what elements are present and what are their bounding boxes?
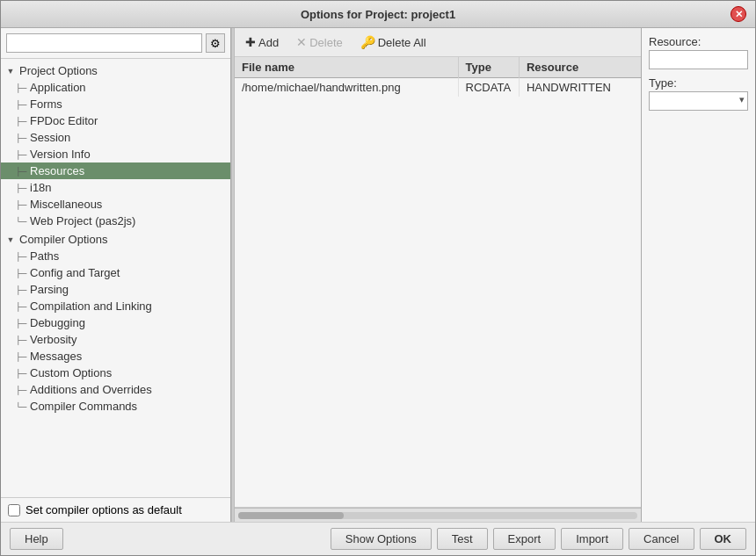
title-bar: Options for Project: project1 ✕ [1, 1, 755, 28]
search-row: ⚙ [1, 28, 230, 59]
sidebar-item-paths[interactable]: ├─ Paths [1, 248, 230, 264]
scrollbar-thumb[interactable] [238, 512, 344, 519]
resource-label: Resource: [649, 35, 748, 48]
cell-resource: HANDWRITTEN [519, 78, 641, 97]
col-resource[interactable]: Resource [519, 57, 641, 78]
horizontal-scrollbar[interactable] [235, 508, 641, 522]
type-field-group: Type: RCDATA BITMAP ICON ▾ [649, 76, 748, 111]
delete-button[interactable]: ✕ Delete [293, 33, 346, 51]
tree-label-parsing: Parsing [28, 283, 69, 296]
right-buttons: Show Options Test Export Import Cancel O… [331, 528, 746, 550]
resource-input[interactable] [649, 50, 748, 69]
indent-icon-web: └─ [15, 215, 27, 227]
col-filename-label: File name [242, 61, 294, 74]
sidebar-item-compiler-commands[interactable]: └─ Compiler Commands [1, 398, 230, 415]
indent-icon-forms: ├─ [15, 98, 27, 111]
sidebar-item-parsing[interactable]: ├─ Parsing [1, 281, 230, 298]
sidebar-item-i18n[interactable]: ├─ i18n [1, 179, 230, 196]
sidebar-item-config-target[interactable]: ├─ Config and Target [1, 264, 230, 281]
export-button[interactable]: Export [493, 528, 556, 550]
tree-label-i18n: i18n [28, 181, 52, 194]
table-row[interactable]: /home/michael/handwritten.png RCDATA HAN… [235, 78, 641, 97]
tree-label-verbosity: Verbosity [28, 333, 76, 346]
tree-label-forms: Forms [28, 97, 62, 111]
sidebar-item-compilation[interactable]: ├─ Compilation and Linking [1, 298, 230, 314]
indent-icon-i18n: ├─ [15, 182, 27, 194]
indent-icon-application: ├─ [15, 82, 27, 94]
tree-label-custom: Custom Options [28, 366, 112, 379]
indent-icon-compiler-commands: └─ [15, 401, 27, 413]
sidebar-item-resources[interactable]: ├─ Resources [1, 162, 230, 179]
indent-icon-config: ├─ [15, 267, 27, 279]
indent-icon-debugging: ├─ [15, 317, 27, 329]
file-table: File name Type Resource /home/m [235, 57, 641, 97]
file-table-area: File name Type Resource /home/m [235, 57, 641, 508]
sidebar-item-miscellaneous[interactable]: ├─ Miscellaneous [1, 196, 230, 213]
set-default-label: Set compiler options as default [25, 503, 182, 516]
add-button[interactable]: ✚ Add [242, 33, 282, 51]
cell-filename: /home/michael/handwritten.png [235, 78, 458, 97]
close-button[interactable]: ✕ [731, 6, 746, 22]
expand-icon-compiler: ▼ [4, 234, 17, 246]
sidebar-item-application[interactable]: ├─ Application [1, 79, 230, 96]
sidebar-item-verbosity[interactable]: ├─ Verbosity [1, 331, 230, 348]
help-button[interactable]: Help [10, 528, 63, 550]
main-content: ⚙ ▼ Project Options ├─ Application ├─ Fo… [1, 28, 755, 522]
sidebar-item-debugging[interactable]: ├─ Debugging [1, 314, 230, 331]
indent-icon-session: ├─ [15, 132, 27, 144]
delete-all-button[interactable]: 🔑 Delete All [357, 33, 430, 51]
tree-label-paths: Paths [28, 249, 59, 263]
tree-label-fpdoc: FPDoc Editor [28, 114, 98, 127]
filter-button[interactable]: ⚙ [206, 33, 225, 53]
delete-all-icon: 🔑 [360, 35, 375, 49]
search-input[interactable] [6, 33, 202, 53]
options-dialog: Options for Project: project1 ✕ ⚙ ▼ Proj… [0, 0, 756, 556]
bottom-bar: Help Show Options Test Export Import Can… [1, 522, 755, 555]
tree-label-resources: Resources [28, 164, 84, 177]
indent-icon-parsing: ├─ [15, 284, 27, 296]
import-button[interactable]: Import [561, 528, 623, 550]
indent-icon-verbosity: ├─ [15, 334, 27, 346]
test-button[interactable]: Test [437, 528, 488, 550]
sidebar-item-fpdoc[interactable]: ├─ FPDoc Editor [1, 112, 230, 129]
sidebar-item-session[interactable]: ├─ Session [1, 129, 230, 146]
tree-label-version-info: Version Info [28, 148, 91, 161]
tree-label-additions: Additions and Overrides [28, 383, 152, 396]
sidebar-item-version-info[interactable]: ├─ Version Info [1, 146, 230, 162]
scrollbar-track [238, 512, 637, 519]
show-options-button[interactable]: Show Options [331, 528, 432, 550]
tree-label-config: Config and Target [28, 266, 120, 279]
resource-field-group: Resource: [649, 35, 748, 69]
sidebar-item-additions-overrides[interactable]: ├─ Additions and Overrides [1, 381, 230, 398]
set-default-checkbox[interactable] [8, 504, 20, 516]
tree-group-compiler-options[interactable]: ▼ Compiler Options [1, 231, 230, 248]
type-select-wrap: RCDATA BITMAP ICON ▾ [649, 91, 748, 111]
center-panel: ✚ Add ✕ Delete 🔑 Delete All [235, 28, 641, 522]
tree: ▼ Project Options ├─ Application ├─ Form… [1, 59, 230, 497]
tree-group-project-options[interactable]: ▼ Project Options [1, 62, 230, 79]
filter-icon: ⚙ [210, 37, 221, 50]
cancel-button[interactable]: Cancel [629, 528, 694, 550]
col-type[interactable]: Type [458, 57, 519, 78]
add-icon: ✚ [245, 35, 256, 49]
indent-icon-compilation: ├─ [15, 300, 27, 313]
ok-button[interactable]: OK [700, 528, 747, 550]
col-resource-label: Resource [527, 61, 578, 74]
add-label: Add [258, 36, 279, 49]
indent-icon-additions: ├─ [15, 384, 27, 396]
sidebar-item-forms[interactable]: ├─ Forms [1, 96, 230, 112]
indent-icon-fpdoc: ├─ [15, 115, 27, 127]
col-filename[interactable]: File name [235, 57, 458, 78]
expand-icon-project: ▼ [4, 65, 17, 77]
indent-icon-paths: ├─ [15, 250, 27, 263]
tree-label-compiler-commands: Compiler Commands [28, 400, 137, 413]
sidebar-item-messages[interactable]: ├─ Messages [1, 348, 230, 365]
right-panel: Resource: Type: RCDATA BITMAP ICON ▾ [641, 28, 755, 522]
type-select[interactable]: RCDATA BITMAP ICON [649, 91, 748, 111]
cell-type: RCDATA [458, 78, 519, 97]
tree-label-debugging: Debugging [28, 316, 85, 329]
sidebar-item-custom-options[interactable]: ├─ Custom Options [1, 365, 230, 381]
sidebar-item-web-project[interactable]: └─ Web Project (pas2js) [1, 213, 230, 229]
type-label: Type: [649, 76, 748, 90]
indent-icon-version-info: ├─ [15, 148, 27, 161]
